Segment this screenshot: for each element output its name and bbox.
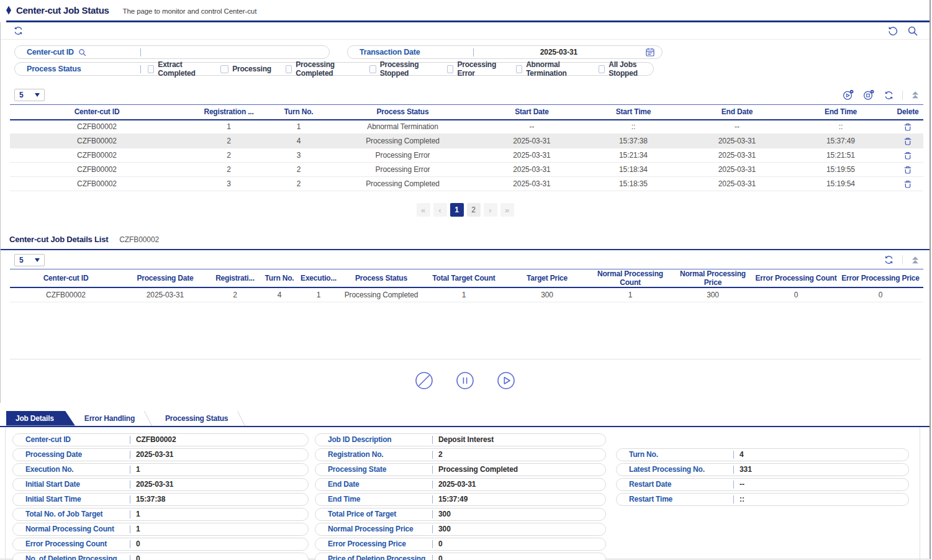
- column-header-executio: Executio...: [297, 269, 340, 288]
- delete-cell: [892, 177, 923, 191]
- table-cell: Processing Completed: [340, 287, 423, 302]
- table-cell: 2025-03-31: [685, 177, 789, 191]
- table-row[interactable]: CZFB0000232Processing Completed2025-03-3…: [10, 177, 923, 191]
- field-separator: [130, 525, 130, 533]
- table-header-row: Center-cut IDProcessing DateRegistrati..…: [10, 269, 923, 288]
- collapse-top-icon[interactable]: [910, 89, 921, 101]
- process-status-option-all-jobs-stopped[interactable]: All Jobs Stopped: [599, 60, 653, 78]
- field-processing-date: Processing Date2025-03-31: [12, 448, 309, 461]
- table-cell: 2025-03-31: [685, 148, 789, 163]
- trash-icon[interactable]: [903, 179, 912, 189]
- checkbox-label: Processing Error: [457, 60, 501, 78]
- run-with-badge-icon[interactable]: [841, 88, 855, 102]
- table-row[interactable]: CZFB0000211Abnormal Termination--::--::: [10, 120, 923, 134]
- centercut-id-input[interactable]: [141, 48, 329, 56]
- table-cell: 15:19:54: [789, 177, 892, 191]
- process-status-option-processing-completed[interactable]: Processing Completed: [286, 60, 355, 78]
- field-total-price-of-target: Total Price of Target300: [315, 508, 606, 521]
- table-cell: Processing Completed: [323, 177, 482, 191]
- field-initial-start-date: Initial Start Date2025-03-31: [12, 478, 309, 491]
- details-page-size-select[interactable]: 5: [14, 254, 45, 266]
- checkbox-all-jobs-stopped[interactable]: [599, 65, 605, 73]
- page: Center-cut Job Status The page to monito…: [0, 0, 931, 559]
- content-frame: Center-cut ID Transaction Date 2025-03-3…: [0, 22, 930, 403]
- table-row[interactable]: CZFB0000224Processing Completed2025-03-3…: [10, 134, 923, 148]
- table-row[interactable]: CZFB0000223Processing Error2025-03-3115:…: [10, 148, 923, 163]
- field-separator: [130, 510, 130, 518]
- job-action-buttons: [1, 359, 930, 403]
- refresh-icon[interactable]: [12, 24, 25, 37]
- collapse-top-icon[interactable]: [910, 255, 921, 266]
- table-cell: 2025-03-31: [482, 177, 582, 191]
- trash-icon[interactable]: [903, 137, 912, 146]
- field-value: 300: [438, 510, 451, 518]
- table-cell: Abnormal Termination: [323, 120, 482, 134]
- transaction-date-filter: Transaction Date 2025-03-31: [347, 45, 663, 59]
- pause-circle-icon[interactable]: [456, 371, 474, 392]
- field-value: 15:37:38: [136, 495, 165, 504]
- search-icon[interactable]: [906, 24, 920, 38]
- table-cell: 15:19:55: [789, 163, 892, 177]
- tab-error-handling[interactable]: Error Handling: [75, 411, 156, 426]
- centercut-id-label: Center-cut ID: [27, 48, 74, 56]
- calendar-icon[interactable]: [644, 46, 656, 58]
- transaction-date-value[interactable]: 2025-03-31: [474, 48, 644, 56]
- field-separator: [130, 451, 130, 459]
- process-status-option-abnormal-termination[interactable]: Abnormal Termination: [516, 60, 584, 78]
- page-button-1[interactable]: 1: [450, 203, 464, 217]
- form-column-2: Job ID DescriptionDeposit InterestRegist…: [315, 433, 606, 560]
- field-error-processing-price: Error Processing Price0: [315, 538, 606, 551]
- checkbox-processing-stopped[interactable]: [369, 65, 376, 73]
- process-status-option-extract-completed[interactable]: Extract Completed: [148, 60, 206, 78]
- first-page-button[interactable]: «: [417, 203, 430, 217]
- table-row[interactable]: CZFB0000222Processing Error2025-03-3115:…: [10, 163, 923, 177]
- checkbox-label: Extract Completed: [158, 60, 206, 78]
- field-initial-start-time: Initial Start Time15:37:38: [12, 493, 309, 506]
- checkbox-processing-error[interactable]: [447, 65, 453, 73]
- column-header-start-date: Start Date: [482, 105, 582, 120]
- page-button-2[interactable]: 2: [467, 203, 481, 217]
- table-cell: 1: [589, 287, 671, 302]
- page-subtitle: The page to monitor and control Center-c…: [123, 6, 257, 15]
- process-status-option-processing-error[interactable]: Processing Error: [447, 60, 502, 78]
- tab-processing-status[interactable]: Processing Status: [156, 411, 249, 426]
- process-status-option-processing-stopped[interactable]: Processing Stopped: [369, 60, 433, 78]
- chevron-down-icon: [35, 258, 40, 262]
- trash-icon[interactable]: [903, 122, 912, 132]
- table-cell: CZFB00002: [10, 177, 184, 191]
- checkbox-processing-completed[interactable]: [286, 65, 292, 73]
- field-restart-date: Restart Date--: [616, 478, 909, 491]
- last-page-button[interactable]: »: [500, 203, 514, 217]
- tab-label: Processing Status: [165, 414, 228, 423]
- process-status-option-processing[interactable]: Processing: [220, 65, 271, 73]
- checkbox-extract-completed[interactable]: [148, 65, 154, 73]
- play-circle-icon[interactable]: [497, 371, 515, 392]
- field-label: No. of Deletion Processing: [25, 554, 130, 560]
- next-page-button[interactable]: ›: [484, 203, 497, 217]
- table-cell: 15:21:34: [582, 148, 685, 163]
- column-header-error-processing-count: Error Processing Count: [754, 269, 838, 288]
- table-cell: 2: [184, 134, 274, 148]
- checkbox-label: Processing: [232, 65, 271, 73]
- details-table-empty-area: [10, 302, 921, 359]
- table-cell: CZFB00002: [10, 163, 184, 177]
- prev-page-button[interactable]: ‹: [433, 203, 447, 217]
- refresh-icon[interactable]: [882, 253, 895, 266]
- refresh-icon[interactable]: [882, 89, 895, 102]
- trash-icon[interactable]: [903, 151, 912, 160]
- tab-job-details[interactable]: Job Details: [6, 411, 75, 426]
- pagination: «‹12›»: [1, 203, 930, 217]
- reset-icon[interactable]: [886, 24, 900, 38]
- trash-icon[interactable]: [903, 165, 912, 174]
- page-size-select[interactable]: 5: [14, 89, 45, 101]
- cancel-circle-icon[interactable]: [415, 371, 433, 392]
- checkbox-abnormal-termination[interactable]: [516, 65, 522, 73]
- table-row[interactable]: CZFB000022025-03-31241Processing Complet…: [10, 287, 923, 302]
- field-separator: [432, 451, 433, 459]
- field-total-no-of-job-target: Total No. of Job Target1: [12, 508, 309, 521]
- stop-with-badge-icon[interactable]: [862, 88, 875, 102]
- checkbox-processing[interactable]: [220, 65, 228, 73]
- field-label: End Time: [328, 495, 432, 504]
- table-cell: CZFB00002: [10, 134, 184, 148]
- field-registration-no: Registration No.2: [315, 448, 606, 461]
